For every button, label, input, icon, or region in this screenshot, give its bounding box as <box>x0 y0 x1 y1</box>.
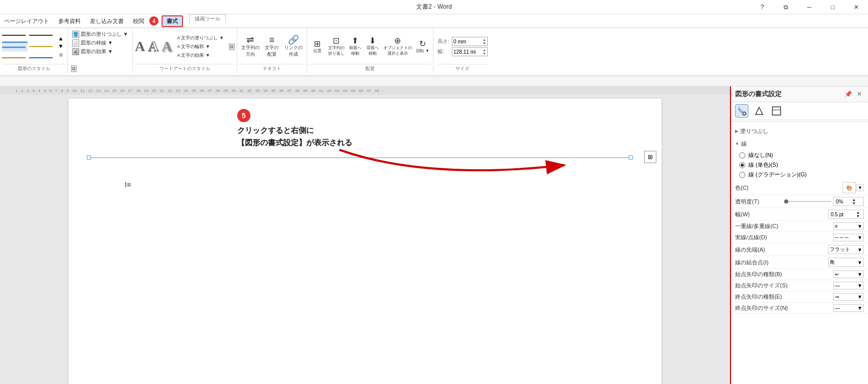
wordart-expand[interactable]: ⊡ <box>229 43 235 50</box>
transparency-up[interactable]: ▲ <box>852 198 856 201</box>
menu-references[interactable]: 参考資料 <box>54 16 85 26</box>
transparency-input[interactable] <box>836 199 852 205</box>
annotation-line1: クリックすると右側に <box>237 126 314 134</box>
text-fill-btn[interactable]: A 文字の塗りつぶし ▼ <box>175 34 225 42</box>
shape-format-section: 🪣 図形の塗りつぶし ▼ ⬜ 図形の枠線 ▼ A 図形の効果 ▼ ⊡ <box>68 29 133 73</box>
shape-format-group: 🪣 図形の塗りつぶし ▼ ⬜ 図形の枠線 ▼ A 図形の効果 ▼ <box>70 30 130 65</box>
color-dropdown-arrow[interactable]: ▼ <box>856 184 864 191</box>
doc-area[interactable]: 1 . 1 . 2 . 3 . 4 . 5 . 6 . 7 . 8 . 9 . … <box>0 86 730 384</box>
height-input[interactable] <box>453 39 479 44</box>
line-blue-2[interactable] <box>29 53 55 63</box>
restore-down-button[interactable]: ⧉ <box>774 0 797 14</box>
shape-handle-left[interactable] <box>87 155 91 160</box>
line-orange[interactable] <box>2 53 28 63</box>
width-label: 幅: <box>438 48 450 55</box>
end-arrow-type-dropdown[interactable]: ⇒ ▼ <box>833 293 864 301</box>
panel-pin-btn[interactable]: 📌 <box>843 89 853 99</box>
solid-line-option[interactable]: 線 (単色)(S) <box>739 160 860 170</box>
width-spinner: ▲ ▼ <box>483 48 486 55</box>
fill-header[interactable]: ▶ 塗りつぶし <box>731 126 868 137</box>
shape-format-expand[interactable]: ⊡ <box>70 65 77 72</box>
menu-format[interactable]: 書式 <box>162 15 183 27</box>
tab-layout[interactable] <box>770 104 783 118</box>
transparency-track[interactable] <box>784 201 831 202</box>
close-button[interactable]: ✕ <box>844 0 868 14</box>
link-btn[interactable]: 🔗 リンクの作成 <box>282 34 305 59</box>
dash-label: 実線/点線(D) <box>735 234 831 241</box>
start-arrow-type-label: 始点矢印の種類(B) <box>735 270 831 278</box>
expand-icon[interactable]: ⊡ <box>71 65 77 72</box>
layout-icon[interactable]: ⊞ <box>644 151 656 163</box>
no-line-radio[interactable] <box>739 152 745 159</box>
line-dark[interactable] <box>2 30 28 40</box>
line-dark-2[interactable] <box>29 30 55 40</box>
solid-line-label: 線 (単色)(S) <box>748 161 778 169</box>
height-up[interactable]: ▲ <box>483 38 486 41</box>
tab-shape[interactable] <box>752 104 766 118</box>
gradient-line-option[interactable]: 線 (グラデーション)(G) <box>739 170 860 179</box>
compound-value: ≡ <box>835 223 838 229</box>
shape-fill-btn[interactable]: 🪣 図形の塗りつぶし ▼ <box>70 30 130 38</box>
line-yellow[interactable] <box>29 41 55 52</box>
width-up[interactable]: ▲ <box>856 211 860 214</box>
rotate-btn[interactable]: ↻ 回転 ▼ <box>415 39 431 55</box>
minimize-button[interactable]: ─ <box>797 0 821 14</box>
wordart-a-outline[interactable]: A <box>148 38 158 55</box>
end-arrow-size-dropdown[interactable]: — ▼ <box>833 304 864 312</box>
menu-review[interactable]: 校閲 <box>129 16 148 26</box>
cap-dropdown[interactable]: フラット ▼ <box>828 245 864 254</box>
transparency-thumb[interactable] <box>784 199 788 204</box>
height-spinner: ▲ ▼ <box>483 38 486 45</box>
line-header[interactable]: ▼ 線 <box>731 139 868 149</box>
help-button[interactable]: ? <box>750 0 774 14</box>
line-up-arrow[interactable]: ▲ <box>57 35 64 42</box>
text-outline-btn[interactable]: A 文字の輪郭 ▼ <box>175 43 225 51</box>
line-down-arrow[interactable]: ▼ <box>57 42 64 50</box>
backward-btn[interactable]: ⬇ 背面へ移動 <box>364 36 381 57</box>
wordart-expand-icon[interactable]: ⊡ <box>229 43 235 50</box>
select-objects-btn[interactable]: ⊕ オブジェクトの選択と表示 <box>382 36 414 57</box>
width-down[interactable]: ▼ <box>856 214 860 218</box>
maximize-button[interactable]: □ <box>821 0 844 14</box>
shape-border-btn[interactable]: ⬜ 図形の枠線 ▼ <box>70 39 115 47</box>
no-line-option[interactable]: 線なし(N) <box>739 150 860 160</box>
wrap-text-btn[interactable]: ⊡ 文字列の折り返し <box>327 36 346 57</box>
width-prop-input[interactable] <box>831 212 856 217</box>
menu-mailings[interactable]: 差し込み文書 <box>86 16 128 26</box>
shape-effect-btn[interactable]: A 図形の効果 ▼ <box>70 48 115 56</box>
line-blue-selected[interactable] <box>2 41 28 52</box>
color-picker-btn[interactable]: 🎨 <box>842 182 856 193</box>
join-dropdown[interactable]: 角 ▼ <box>828 258 864 267</box>
gradient-line-radio[interactable] <box>739 172 745 178</box>
compound-dropdown[interactable]: ≡ ▼ <box>833 222 864 230</box>
width-up[interactable]: ▲ <box>483 48 486 52</box>
start-arrow-type-dropdown[interactable]: ⇐ ▼ <box>833 270 864 278</box>
dash-dropdown[interactable]: ─ ─ ─ ▼ <box>833 234 864 241</box>
tab-fill-line[interactable] <box>735 104 748 118</box>
text-direction-btn[interactable]: ⇌ 文字列の方向 <box>239 34 262 59</box>
transparency-spinner: ▲ ▼ <box>852 198 856 205</box>
text-effect-btn[interactable]: A 文字の効果 ▼ <box>175 52 225 59</box>
start-arrow-size-dropdown[interactable]: — ▼ <box>833 282 864 289</box>
line-expand[interactable]: ⊡ <box>57 51 64 58</box>
width-input-wrapper: ▲ ▼ <box>452 47 488 56</box>
start-arrow-size-label: 始点矢印のサイズ(S) <box>735 282 831 289</box>
position-btn[interactable]: ⊞ 位置 <box>309 39 326 55</box>
height-input-wrapper: ▲ ▼ <box>452 37 488 46</box>
text-cursor[interactable]: I≡ <box>125 180 131 189</box>
wordart-section: A A A A 文字の塗りつぶし ▼ A 文字の輪郭 ▼ A 文字の効果 ▼ ⊡… <box>133 29 237 73</box>
width-input[interactable] <box>453 49 479 55</box>
transparency-down[interactable]: ▼ <box>852 201 856 205</box>
panel-tabs <box>731 102 868 120</box>
text-align-btn[interactable]: ≡ 文字の配置 <box>263 34 281 59</box>
wordart-a-solid[interactable]: A <box>135 38 145 55</box>
menu-page-layout[interactable]: ページレイアウト <box>0 16 53 26</box>
forward-btn[interactable]: ⬆ 前面へ移動 <box>347 36 363 57</box>
drawing-tools-label: 描画ツール <box>189 14 226 23</box>
width-down[interactable]: ▼ <box>483 52 486 55</box>
height-down[interactable]: ▼ <box>483 41 486 45</box>
panel-close-btn[interactable]: ✕ <box>855 89 864 99</box>
wordart-a-shadow[interactable]: A <box>162 38 172 55</box>
solid-line-radio[interactable] <box>739 162 745 168</box>
shape-handle-right[interactable] <box>629 155 633 160</box>
